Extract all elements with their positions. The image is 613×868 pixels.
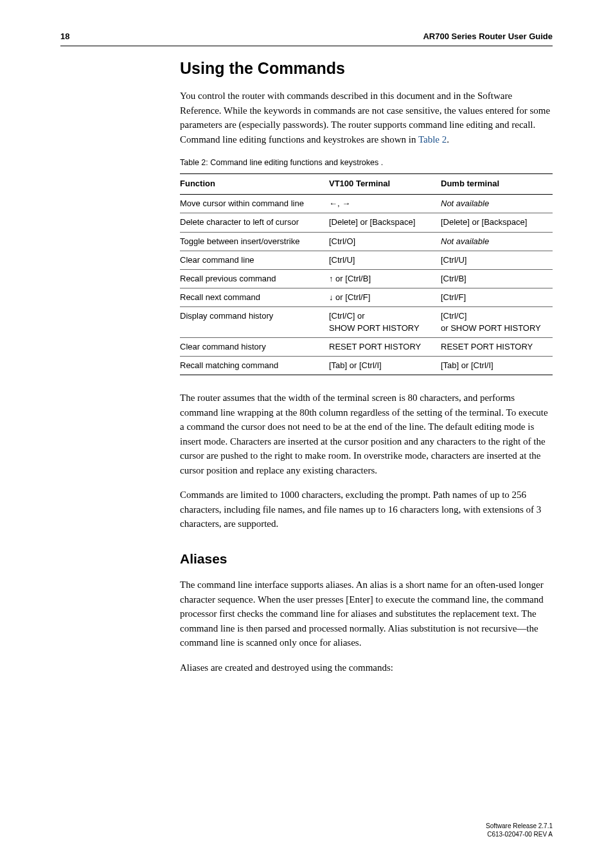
footer-release: Software Release 2.7.1 [486,822,553,830]
table-cell-dumb: Not available [441,232,553,251]
table-row: Recall previous command↑ or [Ctrl/B][Ctr… [180,269,553,288]
table-cell-function: Clear command line [180,251,329,269]
table-header-dumb: Dumb terminal [441,174,553,195]
table-cell-function: Recall previous command [180,269,329,288]
table-cell-dumb: [Ctrl/F] [441,288,553,307]
table-caption: Table 2: Command line editing functions … [180,157,553,168]
table-header-row: Function VT100 Terminal Dumb terminal [180,174,553,195]
table-row: Clear command line[Ctrl/U][Ctrl/U] [180,251,553,269]
table-cell-dumb: [Tab] or [Ctrl/I] [441,356,553,375]
document-title: AR700 Series Router User Guide [423,31,553,43]
table-reference-link[interactable]: Table 2 [418,134,447,145]
command-limits-paragraph: Commands are limited to 1000 characters,… [180,488,553,531]
table-row: Delete character to left of cursor[Delet… [180,213,553,232]
table-cell-function: Clear command history [180,337,329,356]
table-header-vt100: VT100 Terminal [329,174,441,195]
table-cell-vt100: ←, → [329,195,441,213]
table-cell-dumb: Not available [441,195,553,213]
table-row: Recall next command↓ or [Ctrl/F][Ctrl/F] [180,288,553,307]
page-number: 18 [60,31,69,43]
table-cell-vt100: [Delete] or [Backspace] [329,213,441,232]
main-content: Using the Commands You control the route… [180,57,553,685]
table-cell-function: Display command history [180,307,329,337]
table-cell-dumb: [Ctrl/U] [441,251,553,269]
table-cell-function: Recall next command [180,288,329,307]
table-cell-dumb: RESET PORT HISTORY [441,337,553,356]
terminal-width-paragraph: The router assumes that the width of the… [180,391,553,477]
aliases-commands-paragraph: Aliases are created and destroyed using … [180,660,553,675]
table-cell-function: Delete character to left of cursor [180,213,329,232]
footer-docnum: C613-02047-00 REV A [486,830,553,838]
table-cell-function: Move cursor within command line [180,195,329,213]
table-cell-dumb: [Ctrl/C] or SHOW PORT HISTORY [441,307,553,337]
table-row: Display command history[Ctrl/C] or SHOW … [180,307,553,337]
table-cell-vt100: [Ctrl/C] or SHOW PORT HISTORY [329,307,441,337]
table-cell-function: Recall matching command [180,356,329,375]
table-cell-vt100: [Tab] or [Ctrl/I] [329,356,441,375]
command-editing-table: Function VT100 Terminal Dumb terminal Mo… [180,173,553,375]
table-cell-vt100: [Ctrl/U] [329,251,441,269]
intro-paragraph: You control the router with commands des… [180,89,553,146]
section-heading: Using the Commands [180,57,553,80]
table-row: Move cursor within command line←, →Not a… [180,195,553,213]
table-row: Recall matching command[Tab] or [Ctrl/I]… [180,356,553,375]
page-footer: Software Release 2.7.1 C613-02047-00 REV… [486,822,553,838]
table-cell-vt100: RESET PORT HISTORY [329,337,441,356]
intro-text-after: . [447,134,449,145]
intro-text: You control the router with commands des… [180,91,550,145]
table-cell-dumb: [Delete] or [Backspace] [441,213,553,232]
table-cell-vt100: ↑ or [Ctrl/B] [329,269,441,288]
table-cell-vt100: ↓ or [Ctrl/F] [329,288,441,307]
subsection-heading: Aliases [180,549,553,569]
aliases-intro-paragraph: The command line interface supports alia… [180,578,553,650]
table-row: Clear command historyRESET PORT HISTORYR… [180,337,553,356]
table-cell-function: Toggle between insert/overstrike [180,232,329,251]
table-cell-vt100: [Ctrl/O] [329,232,441,251]
page-header: 18 AR700 Series Router User Guide [60,31,553,46]
table-header-function: Function [180,174,329,195]
table-cell-dumb: [Ctrl/B] [441,269,553,288]
table-row: Toggle between insert/overstrike[Ctrl/O]… [180,232,553,251]
